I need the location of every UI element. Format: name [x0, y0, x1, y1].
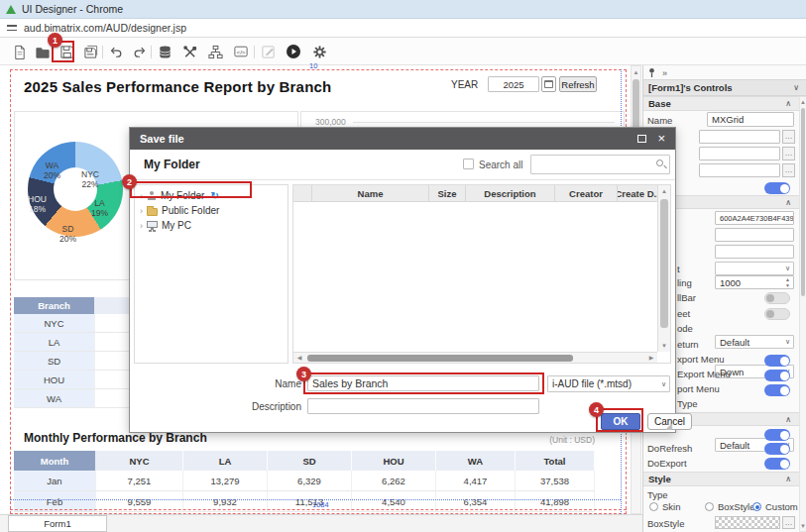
- column-header[interactable]: Creator: [555, 185, 618, 201]
- chevron-right-icon[interactable]: ›: [140, 221, 143, 231]
- file-list-hscrollbar[interactable]: ◀ ▶: [293, 352, 657, 363]
- section-header-base[interactable]: Base: [643, 96, 799, 111]
- year-input[interactable]: 2025: [488, 76, 539, 92]
- prop-toggle[interactable]: [764, 308, 790, 320]
- prop-toggle[interactable]: [764, 384, 790, 396]
- file-type-dropdown[interactable]: i-AUD file (*.mtsd): [547, 375, 670, 392]
- prop-toggle[interactable]: [764, 370, 790, 381]
- file-name-input[interactable]: Sales by Branch: [307, 375, 539, 391]
- new-file-icon[interactable]: [10, 43, 28, 60]
- radio-selected-icon[interactable]: [752, 502, 761, 511]
- ok-button[interactable]: OK: [601, 413, 640, 430]
- scrollbar-thumb[interactable]: [801, 108, 805, 296]
- save-all-icon[interactable]: [82, 43, 100, 60]
- boxstyle-swatch[interactable]: [715, 516, 780, 529]
- radio-boxstyle[interactable]: BoxStyle: [705, 501, 755, 512]
- column-header[interactable]: Name: [312, 185, 429, 201]
- scroll-up-icon[interactable]: ▲: [658, 188, 670, 194]
- prop-spinner[interactable]: 1000▲▼: [715, 275, 794, 289]
- scroll-down-icon[interactable]: ▼: [800, 523, 806, 529]
- scroll-up-icon[interactable]: ▲: [800, 99, 806, 105]
- resize-grip[interactable]: ◢: [665, 421, 672, 431]
- undo-icon[interactable]: [107, 43, 125, 60]
- site-settings-icon[interactable]: [7, 24, 17, 32]
- calendar-icon: [544, 80, 553, 88]
- more-button[interactable]: …: [782, 147, 795, 160]
- refresh-button[interactable]: Refresh: [559, 76, 597, 92]
- file-list-vscrollbar[interactable]: ▲ ▼: [657, 185, 670, 352]
- radio-icon[interactable]: [705, 502, 714, 511]
- more-button[interactable]: …: [782, 130, 795, 144]
- tools-icon[interactable]: [180, 43, 198, 60]
- collapse-panel-button[interactable]: »: [662, 68, 667, 78]
- prop-dropdown[interactable]: Default: [715, 335, 794, 349]
- settings-gear-icon[interactable]: [310, 43, 328, 60]
- scroll-right-icon[interactable]: ▶: [647, 355, 655, 361]
- tree-item-public-folder[interactable]: ›Public Folder: [135, 203, 288, 218]
- description-input[interactable]: [307, 398, 539, 414]
- donut-chart: [28, 142, 123, 237]
- url-bar[interactable]: aud.bimatrix.com/AUD/designer.jsp: [0, 19, 806, 38]
- step-3-badge: 3: [296, 367, 311, 381]
- scroll-down-icon[interactable]: ▼: [658, 343, 670, 349]
- prop-label-dorefresh: DoRefresh: [647, 443, 692, 454]
- canvas-guide-red-bottom: [10, 509, 627, 510]
- chevron-right-icon[interactable]: ›: [140, 191, 143, 201]
- prop-toggle[interactable]: [764, 429, 790, 441]
- app-logo-icon: [6, 5, 16, 14]
- code-view-icon[interactable]: </>: [232, 43, 250, 60]
- run-icon[interactable]: [285, 43, 302, 60]
- radio-icon[interactable]: [649, 502, 658, 511]
- redo-icon[interactable]: [131, 43, 149, 60]
- prop-input[interactable]: [699, 163, 780, 177]
- prop-input[interactable]: [715, 228, 794, 242]
- radio-custom[interactable]: Custom: [752, 501, 798, 512]
- search-all-checkbox[interactable]: [463, 159, 474, 169]
- column-header[interactable]: Description: [466, 185, 555, 201]
- column-header[interactable]: Size: [429, 185, 466, 201]
- tree-item-my-folder[interactable]: ›My Folder↻: [135, 188, 288, 203]
- refresh-icon[interactable]: ↻: [210, 190, 218, 201]
- step-2-badge: 2: [122, 174, 137, 189]
- prop-toggle[interactable]: [764, 443, 790, 455]
- folder-icon: [147, 208, 158, 216]
- spinner-arrows-icon[interactable]: ▲▼: [785, 277, 790, 288]
- prop-toggle[interactable]: [764, 292, 790, 304]
- user-folder-icon: [147, 191, 157, 201]
- scrollbar-thumb[interactable]: [307, 355, 573, 362]
- chevron-right-icon[interactable]: ›: [140, 206, 143, 216]
- prop-input[interactable]: [699, 147, 780, 160]
- calendar-button[interactable]: [541, 76, 556, 92]
- prop-toggle[interactable]: [764, 458, 790, 470]
- dialog-titlebar[interactable]: Save file ×: [130, 128, 675, 150]
- hierarchy-icon[interactable]: [206, 43, 224, 60]
- scrollbar-thumb[interactable]: [633, 79, 639, 134]
- column-header[interactable]: Create D...: [618, 185, 659, 201]
- scroll-up-icon[interactable]: ▲: [632, 69, 640, 75]
- data-source-icon[interactable]: [156, 43, 173, 60]
- prop-id-input[interactable]: 600A2A4E730B4F439: [715, 211, 794, 225]
- close-icon[interactable]: ×: [657, 131, 665, 146]
- donut-label-hou: HOU18%: [28, 194, 47, 214]
- prop-dropdown[interactable]: [715, 262, 794, 275]
- more-button[interactable]: …: [782, 163, 795, 177]
- tree-item-my-pc[interactable]: ›My PC: [135, 218, 288, 233]
- prop-name-input[interactable]: MXGrid: [707, 112, 794, 127]
- prop-toggle[interactable]: [764, 355, 790, 367]
- search-input[interactable]: [530, 155, 670, 174]
- pin-icon[interactable]: [647, 67, 656, 78]
- prop-input[interactable]: [699, 130, 780, 144]
- panel-scrollbar[interactable]: ▲ ▼: [799, 96, 806, 532]
- scrollbar-thumb[interactable]: [660, 199, 668, 328]
- more-button[interactable]: …: [782, 516, 795, 529]
- url-text[interactable]: aud.bimatrix.com/AUD/designer.jsp: [24, 22, 186, 34]
- maximize-icon[interactable]: [637, 135, 646, 143]
- prop-toggle[interactable]: [764, 182, 790, 194]
- panel-header[interactable]: [Form1]'s Controls: [643, 79, 806, 96]
- scroll-left-icon[interactable]: ◀: [295, 355, 303, 361]
- section-header-style[interactable]: Style: [643, 472, 799, 486]
- tab-form1[interactable]: Form1: [8, 515, 107, 532]
- prop-input[interactable]: [715, 245, 794, 259]
- window-title: UI Designer - Chrome: [22, 3, 123, 15]
- radio-skin[interactable]: Skin: [649, 501, 680, 512]
